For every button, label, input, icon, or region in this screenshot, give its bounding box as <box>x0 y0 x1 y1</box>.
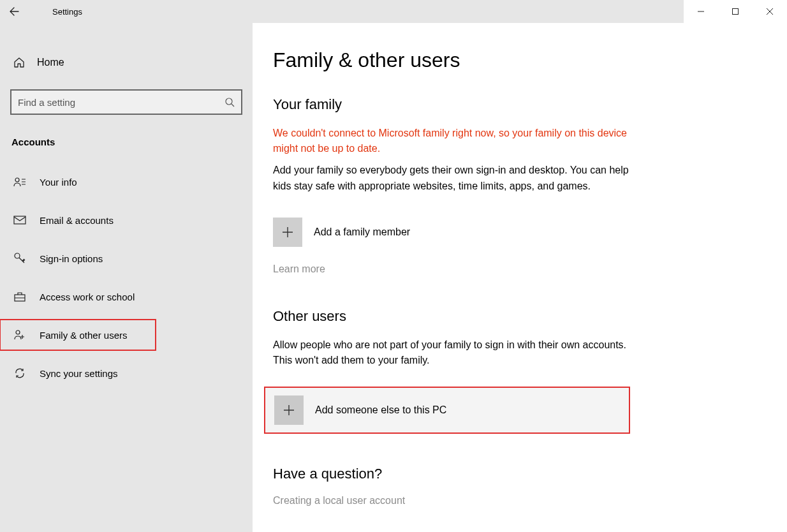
nav-label: Your info <box>40 177 77 188</box>
window-controls <box>684 0 787 23</box>
add-family-label: Add a family member <box>314 226 410 238</box>
people-icon <box>13 329 27 341</box>
svg-rect-3 <box>14 216 26 224</box>
learn-more-link[interactable]: Learn more <box>273 263 636 275</box>
user-card-icon <box>13 176 27 188</box>
nav-label: Family & other users <box>40 330 128 341</box>
family-error-text: We couldn't connect to Microsoft family … <box>273 126 636 156</box>
page-title: Family & other users <box>273 48 787 72</box>
nav-label: Email & accounts <box>40 215 114 226</box>
other-users-heading: Other users <box>273 308 636 325</box>
other-users-description: Allow people who are not part of your fa… <box>273 337 636 369</box>
nav-label: Sync your settings <box>40 368 118 379</box>
content-area: Family & other users Your family We coul… <box>253 23 787 532</box>
nav-item-your-info[interactable]: Your info <box>10 166 242 197</box>
close-button[interactable] <box>753 0 787 23</box>
sync-icon <box>13 367 27 380</box>
plus-icon <box>273 218 302 247</box>
minimize-button[interactable] <box>684 0 718 23</box>
nav-item-family-users[interactable]: Family & other users <box>0 320 156 350</box>
minimize-icon <box>697 8 705 15</box>
your-family-heading: Your family <box>273 96 636 113</box>
titlebar: Settings <box>0 0 787 23</box>
home-button[interactable]: Home <box>10 48 242 77</box>
email-icon <box>13 215 27 225</box>
close-icon <box>766 8 774 15</box>
svg-point-2 <box>15 178 19 182</box>
home-icon <box>13 56 26 69</box>
search-input[interactable] <box>18 97 224 108</box>
home-label: Home <box>37 57 64 68</box>
add-someone-label: Add someone else to this PC <box>315 404 446 416</box>
svg-rect-0 <box>733 9 739 15</box>
svg-point-4 <box>15 253 20 258</box>
nav-item-signin-options[interactable]: Sign-in options <box>10 243 242 274</box>
sidebar: Home Accounts Your info Email & acco <box>0 23 253 532</box>
help-link[interactable]: Creating a local user account <box>273 495 636 506</box>
nav-item-sync-settings[interactable]: Sync your settings <box>10 358 242 388</box>
nav-label: Sign-in options <box>40 253 103 264</box>
svg-point-6 <box>16 330 20 334</box>
svg-point-1 <box>226 98 232 105</box>
nav-item-access-work[interactable]: Access work or school <box>10 281 242 312</box>
nav-item-email-accounts[interactable]: Email & accounts <box>10 205 242 235</box>
maximize-icon <box>732 8 739 15</box>
key-icon <box>13 252 27 265</box>
back-button[interactable] <box>0 0 28 23</box>
nav-label: Access work or school <box>40 292 135 302</box>
family-description: Add your family so everybody gets their … <box>273 163 636 195</box>
briefcase-icon <box>13 291 27 302</box>
search-box[interactable] <box>10 89 242 115</box>
add-someone-else-button[interactable]: Add someone else to this PC <box>264 387 630 434</box>
plus-icon <box>274 395 304 425</box>
window-title: Settings <box>52 7 82 17</box>
add-family-member-button[interactable]: Add a family member <box>273 212 636 252</box>
search-icon <box>224 97 235 107</box>
question-heading: Have a question? <box>273 466 636 482</box>
section-heading: Accounts <box>10 137 242 147</box>
arrow-left-icon <box>9 6 19 17</box>
maximize-button[interactable] <box>718 0 753 23</box>
